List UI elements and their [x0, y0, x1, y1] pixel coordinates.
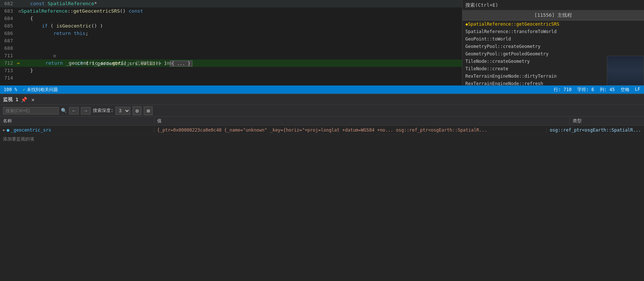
watch-row-0[interactable]: ▶ ● _geocentric_srs {_ptr=0x00000223ca0e… [0, 126, 644, 135]
expand-icon-0[interactable]: ▶ [3, 128, 5, 132]
col-type-header: 类型 [570, 118, 644, 124]
minimap-content [607, 56, 644, 85]
char-info: 字符: 6 [577, 87, 594, 93]
line-number: 686 [0, 30, 17, 37]
call-stack-func-name: SpatialReference::transformToWorld [465, 29, 557, 34]
watch-pin-button[interactable]: 📌 [21, 97, 27, 103]
line-number: 687 [0, 37, 17, 45]
line-number: 711 [0, 52, 17, 59]
row-info: 行: 710 [554, 87, 572, 93]
issues-text: 未找到相关问题 [27, 87, 58, 93]
call-stack-func-name: RexTerrainEngineNode::refresh [465, 81, 543, 85]
watch-toolbar: 🔍 ← → 搜索深度: 3 1 2 5 ⚙ ⊞ [0, 105, 644, 117]
watch-table-header: 名称 值 类型 [0, 117, 644, 126]
watch-search-input[interactable] [3, 107, 59, 114]
call-stack-func-name: GeoPoint::toWorld [465, 36, 511, 42]
issues-status: ✓ 未找到相关问题 [23, 87, 58, 93]
filter-icon-btn[interactable]: ⚙ [133, 106, 142, 115]
call-stack-item-2[interactable]: GeoPoint::toWorld [462, 35, 644, 43]
watch-close-button[interactable]: ✕ [30, 97, 36, 103]
line-number: 684 [0, 15, 17, 22]
line-number: 688 [0, 45, 17, 52]
editor-area: 682 const SpatialReference* 683 ⊟Spatial… [0, 0, 644, 85]
watch-table: 名称 值 类型 ▶ ● _geocentric_srs {_ptr=0x0000… [0, 117, 644, 281]
var-icon-0: ● [7, 127, 9, 133]
thread-title: [11556] 主线程 [534, 12, 572, 18]
col-name-header: 名称 [0, 118, 154, 124]
encoding-info: LF [635, 87, 640, 93]
back-button[interactable]: ← [69, 107, 79, 114]
right-search-bar: 搜索(Ctrl+E) [462, 0, 644, 10]
status-right-section: 行: 710 字符: 6 列: 45 空格 LF [554, 87, 640, 93]
line-number: 714 [0, 74, 17, 82]
forward-button[interactable]: → [81, 107, 91, 114]
line-number: 713 [0, 67, 17, 74]
right-search-label: 搜索(Ctrl+E) [465, 2, 498, 9]
current-line-arrow: ⇒ [17, 59, 20, 67]
status-bar: 100 % ✓ 未找到相关问题 行: 710 字符: 6 列: 45 空格 LF [0, 85, 644, 94]
call-stack-func-name: GeometryPool::getPooledGeometry [465, 51, 549, 56]
watch-var-type-0: osg::ref_ptr<osgEarth::SpatialR... [547, 127, 644, 133]
line-number: 683 [0, 7, 17, 15]
line-number: 685 [0, 22, 17, 30]
col-info: 列: 45 [600, 87, 615, 93]
line-number: 682 [0, 0, 17, 7]
check-icon: ✓ [23, 87, 25, 92]
watch-add-item-row[interactable]: 添加要监视的项 [0, 135, 644, 144]
search-icon: 🔍 [61, 108, 67, 113]
call-stack-func-name: TileNode::createGeometry [465, 59, 530, 64]
main-container: 682 const SpatialReference* 683 ⊟Spatial… [0, 0, 644, 281]
call-stack-func-name: SpatialReference::getGeocentricSRS [468, 22, 559, 27]
minimap-thumbnail [607, 56, 644, 85]
watch-var-val-0: {_ptr=0x00000223ca0e0c40 {_name="unknown… [154, 127, 547, 133]
zoom-level[interactable]: 100 % [4, 87, 17, 92]
add-watch-label: 添加要监视的项 [3, 136, 34, 142]
zoom-value: 100 % [4, 87, 17, 92]
watch-var-name-0: ▶ ● _geocentric_srs [0, 127, 154, 133]
right-call-stack-panel: 搜索(Ctrl+E) [11556] 主线程 SpatialReference:… [462, 0, 644, 85]
watch-panel-header: 监视 1 📌 ✕ [0, 94, 644, 105]
depth-select[interactable]: 3 1 2 5 [116, 107, 130, 115]
call-stack-item-1[interactable]: SpatialReference::transformToWorld [462, 28, 644, 35]
call-stack-item-0[interactable]: SpatialReference::getGeocentricSRS [462, 20, 644, 28]
expand-icon-btn[interactable]: ⊞ [144, 106, 153, 115]
call-stack-item-3[interactable]: GeometryPool::createGeometry [462, 43, 644, 50]
call-stack-header: [11556] 主线程 [462, 10, 644, 20]
var-name-text-0: _geocentric_srs [11, 127, 51, 133]
watch-title: 监视 1 [3, 96, 19, 103]
call-stack-func-name: GeometryPool::createGeometry [465, 44, 540, 49]
space-info: 空格 [621, 87, 630, 93]
col-value-header: 值 [154, 118, 570, 124]
line-number: 712 [0, 59, 17, 67]
call-stack-func-name: TileNode::create [465, 66, 508, 71]
depth-label: 搜索深度: [93, 107, 113, 114]
call-stack-func-name: RexTerrainEngineNode::dirtyTerrain [465, 74, 557, 79]
watch-panel: 监视 1 📌 ✕ 🔍 ← → 搜索深度: 3 1 2 5 ⚙ ⊞ 名称 值 [0, 94, 644, 281]
